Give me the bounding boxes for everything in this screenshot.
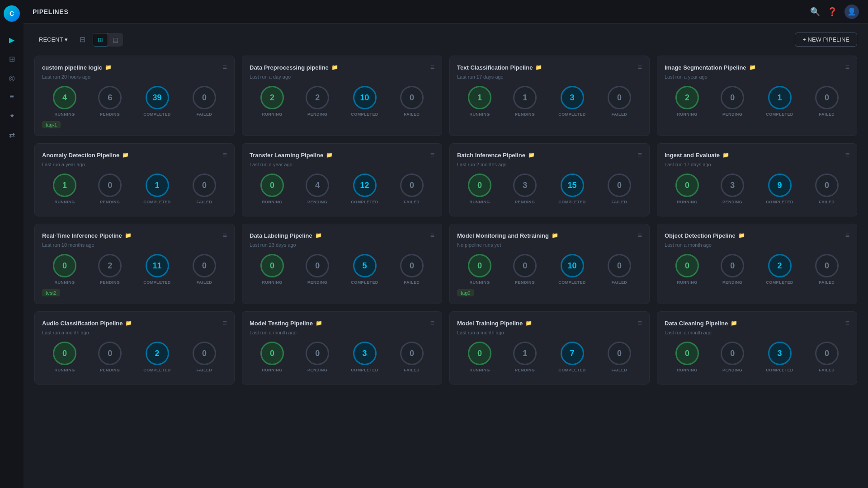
sidebar-icon-pipelines[interactable]: ▶ [4, 32, 20, 48]
app-logo[interactable]: C [4, 5, 20, 22]
stat-completed: 2 COMPLETED [766, 254, 793, 285]
stats-row: 0 RUNNING 0 PENDING 2 COMPLETED 0 FAILED [42, 342, 227, 372]
card-title-row: Model Training Pipeline 📁 [457, 320, 638, 327]
running-circle: 2 [260, 86, 284, 109]
stat-failed: 0 FAILED [815, 342, 839, 372]
card-menu-icon[interactable]: ≡ [845, 231, 849, 239]
running-label: RUNNING [677, 368, 697, 372]
failed-circle: 0 [815, 174, 839, 197]
help-icon[interactable]: ❓ [827, 7, 837, 17]
failed-label: FAILED [612, 368, 627, 372]
folder-icon: 📁 [125, 320, 132, 326]
card-menu-icon[interactable]: ≡ [845, 151, 849, 159]
card-menu-icon[interactable]: ≡ [638, 151, 642, 159]
card-menu-icon[interactable]: ≡ [845, 63, 849, 71]
completed-label: COMPLETED [351, 368, 378, 372]
stat-running: 1 RUNNING [468, 86, 491, 117]
card-menu-icon[interactable]: ≡ [638, 231, 642, 239]
card-title-row: Object Detection Pipeline 📁 [665, 232, 845, 239]
card-menu-icon[interactable]: ≡ [638, 63, 642, 71]
folder-icon: 📁 [525, 320, 532, 326]
failed-circle: 0 [193, 174, 216, 197]
failed-circle: 0 [400, 174, 424, 197]
failed-circle: 0 [608, 174, 631, 197]
pending-label: PENDING [722, 368, 742, 372]
card-menu-icon[interactable]: ≡ [430, 63, 434, 71]
pending-label: PENDING [307, 112, 327, 117]
topbar: PIPELINES 🔍 ❓ 👤 [24, 0, 868, 23]
card-menu-icon[interactable]: ≡ [638, 319, 642, 327]
tag[interactable]: test2 [42, 289, 60, 296]
failed-label: FAILED [404, 280, 420, 285]
card-menu-icon[interactable]: ≡ [223, 151, 227, 159]
stat-failed: 0 FAILED [608, 174, 631, 204]
stat-failed: 0 FAILED [193, 254, 216, 285]
stat-completed: 15 COMPLETED [558, 174, 586, 204]
card-title: Batch Inference Pipeline [457, 152, 525, 159]
stat-running: 0 RUNNING [53, 342, 76, 372]
card-menu-icon[interactable]: ≡ [223, 231, 227, 239]
card-title-row: Audio Classification Pipeline 📁 [42, 320, 223, 327]
stat-failed: 0 FAILED [815, 86, 839, 117]
failed-circle: 0 [815, 254, 839, 277]
card-menu-icon[interactable]: ≡ [430, 319, 434, 327]
card-menu-icon[interactable]: ≡ [223, 319, 227, 327]
completed-circle: 15 [561, 174, 584, 197]
new-pipeline-button[interactable]: + NEW PIPELINE [795, 33, 857, 47]
completed-circle: 5 [353, 254, 377, 277]
stats-row: 0 RUNNING 4 PENDING 12 COMPLETED 0 FAILE… [250, 174, 434, 204]
sidebar-icon-experiments[interactable]: ✦ [4, 108, 20, 124]
card-header: Object Detection Pipeline 📁 ≡ [665, 231, 849, 239]
user-avatar[interactable]: 👤 [844, 5, 859, 19]
pipeline-card: Anomaly Detection Pipeline 📁 ≡ Last run … [34, 143, 235, 216]
completed-circle: 2 [768, 254, 792, 277]
pipeline-card: Object Detection Pipeline 📁 ≡ Last run a… [657, 224, 857, 304]
failed-label: FAILED [197, 368, 212, 372]
tag[interactable]: tag0 [457, 289, 474, 296]
failed-label: FAILED [612, 280, 627, 285]
tag[interactable]: tag-1 [42, 121, 61, 128]
pending-circle: 0 [513, 254, 537, 277]
pipeline-card: Batch Inference Pipeline 📁 ≡ Last run 2 … [449, 143, 650, 216]
sidebar-icon-layers[interactable]: ≡ [4, 89, 20, 105]
sidebar-icon-datasets[interactable]: ⊞ [4, 51, 20, 67]
search-icon[interactable]: 🔍 [810, 7, 820, 17]
sidebar: C ▶ ⊞ ◎ ≡ ✦ ⇄ [0, 0, 24, 488]
card-header: Real-Time Inference Pipeline 📁 ≡ [42, 231, 227, 239]
list-view-button[interactable]: ▤ [108, 33, 123, 47]
pending-circle: 0 [98, 342, 122, 365]
stat-completed: 7 COMPLETED [558, 342, 586, 372]
failed-circle: 0 [400, 342, 424, 365]
card-title: Model Training Pipeline [457, 320, 523, 327]
completed-circle: 3 [561, 86, 584, 109]
card-header: Data Labeling Pipeline 📁 ≡ [250, 231, 434, 239]
folder-icon: 📁 [552, 232, 558, 239]
sidebar-icon-models[interactable]: ◎ [4, 70, 20, 86]
running-circle: 0 [53, 254, 76, 277]
card-menu-icon[interactable]: ≡ [430, 151, 434, 159]
card-menu-icon[interactable]: ≡ [430, 231, 434, 239]
stat-completed: 5 COMPLETED [351, 254, 378, 285]
running-circle: 0 [53, 342, 76, 365]
stat-pending: 0 PENDING [513, 254, 537, 285]
stat-running: 0 RUNNING [53, 254, 76, 285]
filter-button[interactable]: ⊟ [77, 33, 88, 47]
stat-failed: 0 FAILED [193, 174, 216, 204]
card-title: Model Monitoring and Retraining [457, 232, 549, 239]
card-title: custom pipeline logic [42, 64, 102, 71]
card-title: Data Labeling Pipeline [250, 232, 312, 239]
completed-circle: 7 [561, 342, 584, 365]
card-title: Real-Time Inference Pipeline [42, 232, 122, 239]
recent-filter-button[interactable]: RECENT ▾ [34, 33, 72, 46]
card-title: Transfer Learning Pipeline [250, 152, 323, 159]
grid-view-button[interactable]: ⊞ [93, 33, 108, 47]
card-menu-icon[interactable]: ≡ [223, 63, 227, 71]
tags-row: tag0 [457, 289, 642, 296]
failed-circle: 0 [608, 86, 631, 109]
pending-label: PENDING [515, 368, 535, 372]
card-title-row: Image Segmentation Pipeline 📁 [665, 64, 845, 71]
card-header: Model Testing Pipeline 📁 ≡ [250, 319, 434, 327]
card-menu-icon[interactable]: ≡ [845, 319, 849, 327]
stat-pending: 0 PENDING [721, 342, 744, 372]
sidebar-icon-compare[interactable]: ⇄ [4, 127, 20, 143]
